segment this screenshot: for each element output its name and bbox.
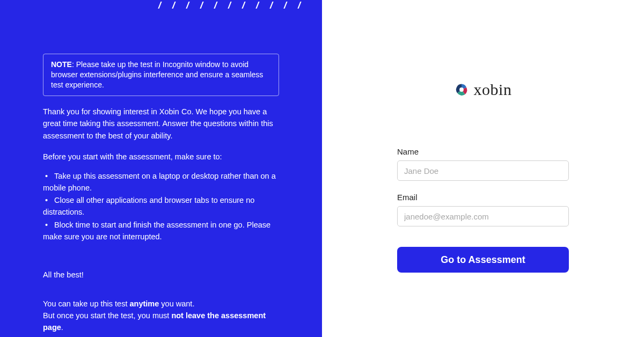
list-item: Take up this assessment on a laptop or d… [43,171,279,194]
brand-logo: xobin [455,80,512,99]
warn-line-1: You can take up this test anytime you wa… [43,298,279,310]
email-input[interactable] [397,206,569,226]
decorative-hashmarks: / / / / / / / / / / / [158,0,305,11]
list-item: Block time to start and finish the asses… [43,219,279,243]
login-form: Name Email Go to Assessment [397,147,569,273]
email-label: Email [397,193,569,202]
instructions-panel: / / / / / / / / / / / NOTE: Please take … [0,0,322,337]
form-panel: xobin Name Email Go to Assessment [322,0,644,337]
note-text: : Please take up the test in Incognito w… [51,60,263,89]
list-item: Close all other applications and browser… [43,195,279,218]
svg-point-0 [459,87,464,92]
email-field-group: Email [397,193,569,226]
warn-line-2: But once you start the test, you must no… [43,310,279,334]
name-input[interactable] [397,160,569,181]
note-callout: NOTE: Please take up the test in Incogni… [43,54,279,96]
brand-name: xobin [474,80,512,99]
go-to-assessment-button[interactable]: Go to Assessment [397,247,569,273]
name-field-group: Name [397,147,569,181]
name-label: Name [397,147,569,156]
closing-text: All the best! [43,270,279,279]
xobin-logo-icon [455,83,469,97]
checklist: Take up this assessment on a laptop or d… [43,171,279,243]
warning-block: You can take up this test anytime you wa… [43,298,279,333]
pre-list-text: Before you start with the assessment, ma… [43,151,279,163]
intro-text: Thank you for showing interest in Xobin … [43,106,279,142]
note-label: NOTE [51,60,72,69]
